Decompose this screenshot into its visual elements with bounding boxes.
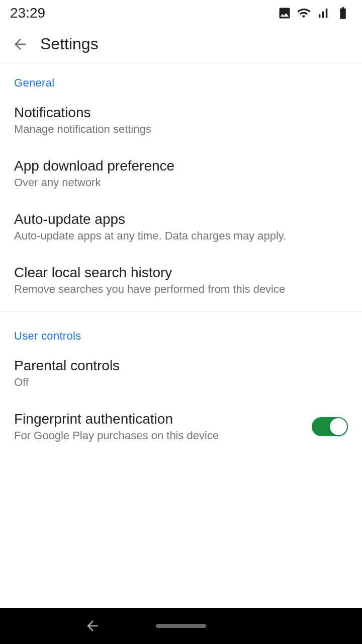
- notifications-subtitle: Manage notification settings: [14, 123, 348, 136]
- section-divider: [0, 311, 362, 311]
- content-spacer: [0, 453, 362, 608]
- status-time: 23:29: [10, 5, 45, 21]
- signal-icon: [316, 6, 330, 20]
- status-icons: [278, 6, 352, 20]
- toggle-thumb: [330, 418, 347, 435]
- battery-icon: [334, 6, 352, 20]
- settings-item-app-download[interactable]: App download preference Over any network: [0, 147, 362, 200]
- status-bar: 23:29: [0, 0, 362, 26]
- notifications-title: Notifications: [14, 105, 348, 121]
- nav-home-pill[interactable]: [156, 624, 206, 628]
- section-user-controls: User controls Parental controls Off Fing…: [0, 315, 362, 453]
- nav-back-icon: [84, 618, 101, 634]
- wifi-icon: [296, 6, 312, 20]
- fingerprint-toggle[interactable]: [312, 417, 348, 436]
- section-general-label: General: [0, 62, 362, 94]
- settings-item-parental-controls[interactable]: Parental controls Off: [0, 347, 362, 400]
- fingerprint-text: Fingerprint authentication For Google Pl…: [14, 411, 312, 442]
- clear-history-subtitle: Remove searches you have performed from …: [14, 283, 348, 296]
- app-bar: Settings: [0, 26, 362, 62]
- section-user-controls-label: User controls: [0, 315, 362, 347]
- auto-update-subtitle: Auto-update apps at any time. Data charg…: [14, 229, 348, 243]
- clear-history-title: Clear local search history: [14, 265, 348, 281]
- settings-item-auto-update[interactable]: Auto-update apps Auto-update apps at any…: [0, 200, 362, 254]
- auto-update-title: Auto-update apps: [14, 211, 348, 227]
- page-title: Settings: [40, 35, 99, 53]
- back-button[interactable]: [8, 32, 32, 56]
- app-download-subtitle: Over any network: [14, 176, 348, 189]
- fingerprint-subtitle: For Google Play purchases on this device: [14, 429, 304, 442]
- settings-item-fingerprint[interactable]: Fingerprint authentication For Google Pl…: [0, 400, 362, 453]
- settings-item-clear-history[interactable]: Clear local search history Remove search…: [0, 254, 362, 307]
- section-general: General Notifications Manage notificatio…: [0, 62, 362, 307]
- settings-item-notifications[interactable]: Notifications Manage notification settin…: [0, 94, 362, 147]
- parental-controls-title: Parental controls: [14, 358, 348, 374]
- nav-back-button[interactable]: [80, 614, 105, 638]
- bottom-nav-bar: [0, 608, 362, 644]
- parental-controls-subtitle: Off: [14, 376, 348, 389]
- photo-icon: [278, 6, 292, 20]
- back-arrow-icon: [12, 36, 29, 53]
- fingerprint-title: Fingerprint authentication: [14, 411, 304, 427]
- app-download-title: App download preference: [14, 158, 348, 174]
